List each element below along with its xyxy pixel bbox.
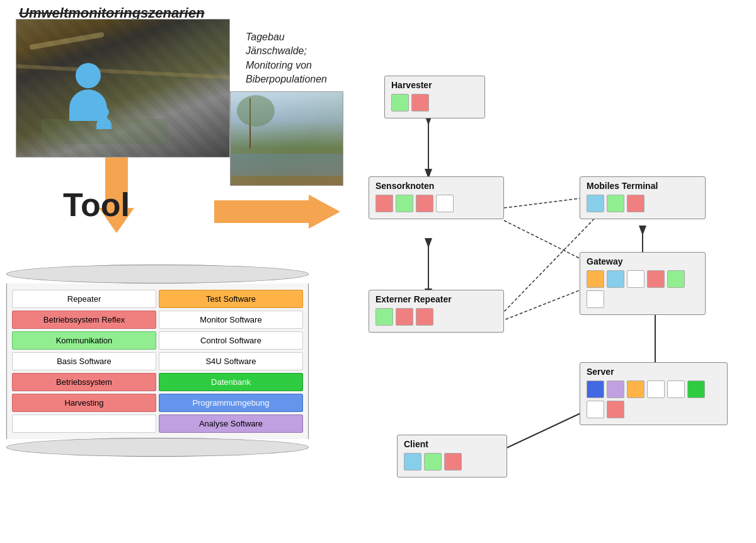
subtitle: Tagebau Jänschwalde;Monitoring von Biber… [246, 30, 327, 87]
sq-white [587, 401, 604, 418]
externer-repeater-node: Externer Repeater [369, 290, 504, 333]
sq-red [647, 270, 665, 288]
sw-repeater: Repeater [12, 290, 156, 308]
sw-betriebssystem: Betriebssystem [12, 373, 156, 391]
sq-blue2 [587, 380, 604, 398]
sw-s4u-software: S4U Software [159, 352, 303, 370]
arrow-right [214, 194, 340, 229]
sw-datenbank: Datenbank [159, 373, 303, 391]
externer-repeater-title: Externer Repeater [375, 294, 497, 304]
harvester-node: Harvester [384, 76, 485, 118]
mobiles-terminal-title: Mobiles Terminal [587, 181, 699, 191]
person-head [76, 63, 101, 88]
sw-empty [12, 414, 156, 433]
sw-monitor-software: Monitor Software [159, 311, 303, 329]
sq-white [627, 270, 644, 288]
software-cylinder: Repeater Test Software Betriebssystem Re… [6, 265, 309, 457]
sq-red [444, 453, 462, 471]
gateway-node: Gateway [580, 252, 706, 315]
sq-red [416, 308, 433, 326]
sw-test-software: Test Software [159, 290, 303, 308]
server-node: Server [580, 362, 728, 425]
harvester-squares [391, 94, 478, 111]
sw-programmumgebung: Programmumgebung [159, 394, 303, 412]
sq-white [667, 380, 685, 398]
sw-basis-software: Basis Software [12, 352, 156, 370]
sq-red [375, 195, 393, 212]
sq-green [396, 195, 413, 212]
child-icon [94, 107, 113, 126]
cylinder-top [6, 265, 309, 283]
tool-label: Tool [63, 186, 130, 224]
sq-blue [607, 270, 624, 288]
aerial-photo [16, 19, 230, 157]
left-section: Umweltmonitoringszenarien Tagebau Jänsch… [0, 0, 315, 543]
sensorknoten-title: Sensorknoten [375, 181, 497, 191]
client-node: Client [397, 435, 507, 477]
sq-green2 [687, 380, 705, 398]
nature-photo [230, 91, 343, 186]
sq-red [411, 94, 429, 111]
sq-blue [587, 195, 604, 212]
network-diagram: Harvester Sensorknoten Externer Repeater… [334, 0, 756, 543]
arrow-shaft-h [214, 200, 309, 223]
gateway-title: Gateway [587, 256, 699, 266]
sw-kommunikation: Kommunikation [12, 331, 156, 350]
server-title: Server [587, 367, 721, 377]
sw-harvesting: Harvesting [12, 394, 156, 412]
sensorknoten-node: Sensorknoten [369, 176, 504, 219]
person-icon [63, 63, 113, 126]
sq-red [627, 195, 644, 212]
sq-blue [404, 453, 421, 471]
server-squares [587, 380, 721, 418]
sw-analyse-software: Analyse Software [159, 414, 303, 433]
sq-white [647, 380, 665, 398]
mobiles-terminal-squares [587, 195, 699, 212]
sq-green [424, 453, 442, 471]
mobiles-terminal-node: Mobiles Terminal [580, 176, 706, 219]
gateway-squares [587, 270, 699, 308]
sq-green [607, 195, 624, 212]
sw-control-software: Control Software [159, 331, 303, 350]
cylinder-bottom [6, 438, 309, 457]
cylinder-body: Repeater Test Software Betriebssystem Re… [6, 283, 309, 439]
software-grid: Repeater Test Software Betriebssystem Re… [11, 289, 304, 434]
sq-green [667, 270, 685, 288]
sq-red [396, 308, 413, 326]
externer-repeater-squares [375, 308, 497, 326]
sq-green [375, 308, 393, 326]
sq-purple [607, 380, 624, 398]
sw-betriebssystem-reflex: Betriebssystem Reflex [12, 311, 156, 329]
harvester-title: Harvester [391, 80, 478, 90]
sensorknoten-squares [375, 195, 497, 212]
sq-red [416, 195, 433, 212]
client-squares [404, 453, 500, 471]
client-title: Client [404, 439, 500, 449]
sq-white [587, 290, 604, 308]
sq-orange [627, 380, 644, 398]
sq-orange [587, 270, 604, 288]
sq-red [607, 401, 624, 418]
sq-white [436, 195, 454, 212]
sq-green [391, 94, 409, 111]
